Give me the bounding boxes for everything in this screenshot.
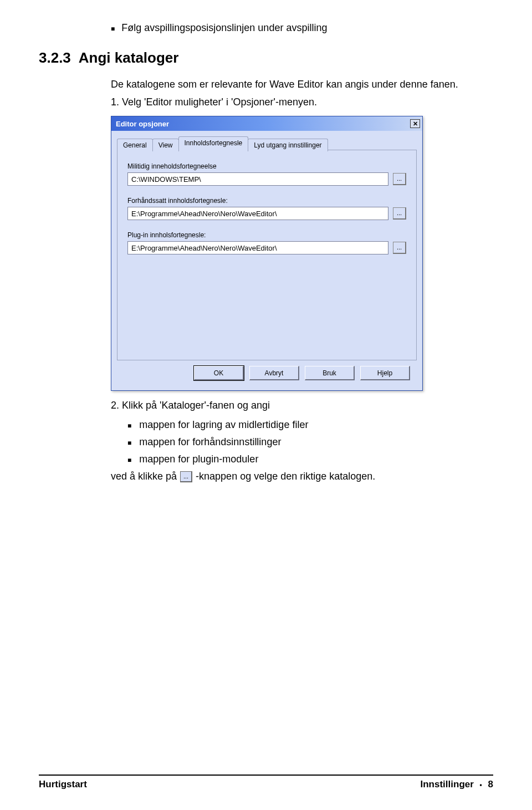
temp-dir-browse-button[interactable]: ... xyxy=(393,173,406,185)
plugin-dir-row: E:\Programme\Ahead\Nero\Nero\WaveEditor\… xyxy=(127,241,406,254)
sub-bullet-1-text: mappen for lagring av midlertidige filer xyxy=(139,419,308,431)
step-1: 1. Velg 'Editor muligheter' i 'Opsjoner'… xyxy=(111,96,493,108)
close-icon: ✕ xyxy=(413,120,418,128)
top-bullet: ■ Følg avspillingsposisjonslinjen under … xyxy=(111,22,493,34)
footer-section: Innstillinger xyxy=(421,779,474,789)
heading-number: 3.2.3 xyxy=(39,49,71,66)
tab-view[interactable]: View xyxy=(152,139,179,151)
tab-lyd[interactable]: Lyd utgang innstillinger xyxy=(248,139,328,151)
top-bullet-text: Følg avspillingsposisjonslinjen under av… xyxy=(121,22,327,34)
bullet-square-icon: ■ xyxy=(127,422,131,430)
dialog-tabs: General View Innholdsfortegnesle Lyd utg… xyxy=(117,136,417,150)
temp-dir-label: Militidig inneholdsfortegneelse xyxy=(127,162,406,170)
sub-bullet-3: ■ mappen for plugin-moduler xyxy=(127,454,493,465)
tab-general[interactable]: General xyxy=(117,139,153,151)
editor-options-dialog: Editor opsjoner ✕ General View Innholdsf… xyxy=(111,116,423,391)
closing-line: ved å klikke på ... -knappen og velge de… xyxy=(111,471,493,482)
help-button[interactable]: Hjelp xyxy=(360,366,410,380)
dialog-title: Editor opsjoner xyxy=(116,120,169,128)
footer-bullet-icon: • xyxy=(480,781,482,789)
ok-button[interactable]: OK xyxy=(194,366,244,380)
bullet-square-icon: ■ xyxy=(111,25,115,33)
preset-dir-row: E:\Programme\Ahead\Nero\Nero\WaveEditor\… xyxy=(127,207,406,220)
sub-bullet-1: ■ mappen for lagring av midlertidige fil… xyxy=(127,419,493,431)
plugin-dir-label: Plug-in innholsfortegnesle: xyxy=(127,231,406,239)
dialog-titlebar: Editor opsjoner ✕ xyxy=(111,116,422,131)
section-heading: 3.2.3Angi kataloger xyxy=(39,49,493,67)
sub-bullet-2: ■ mappen for forhåndsinnstillinger xyxy=(127,436,493,448)
cancel-button[interactable]: Avbryt xyxy=(249,366,299,380)
inline-browse-icon: ... xyxy=(180,471,192,482)
apply-button[interactable]: Bruk xyxy=(305,366,355,380)
bullet-square-icon: ■ xyxy=(127,439,131,447)
preset-dir-input[interactable]: E:\Programme\Ahead\Nero\Nero\WaveEditor\ xyxy=(127,207,388,220)
step-2: 2. Klikk på 'Kataloger'-fanen og angi xyxy=(111,400,493,411)
footer-left: Hurtigstart xyxy=(39,779,87,790)
intro-text: De katalogene som er relevante for Wave … xyxy=(111,78,493,91)
close-button[interactable]: ✕ xyxy=(410,119,420,128)
preset-dir-browse-button[interactable]: ... xyxy=(393,207,406,220)
dialog-body: General View Innholdsfortegnesle Lyd utg… xyxy=(111,131,422,390)
preset-dir-label: Forhåndssatt innholdsfortegnesle: xyxy=(127,197,406,205)
temp-dir-input[interactable]: C:\WINDOWS\TEMP\ xyxy=(127,172,388,186)
plugin-dir-browse-button[interactable]: ... xyxy=(393,242,406,254)
dialog-button-row: OK Avbryt Bruk Hjelp xyxy=(117,360,417,383)
sub-bullet-2-text: mappen for forhåndsinnstillinger xyxy=(139,436,281,448)
heading-title: Angi kataloger xyxy=(79,49,179,66)
footer-rule xyxy=(39,775,493,776)
footer-page-number: 8 xyxy=(488,779,493,789)
footer-right: Innstillinger • 8 xyxy=(421,779,493,790)
tab-innhold[interactable]: Innholdsfortegnesle xyxy=(178,136,249,150)
bullet-square-icon: ■ xyxy=(127,456,131,464)
page-footer: Hurtigstart Innstillinger • 8 xyxy=(39,770,493,790)
sub-bullet-3-text: mappen for plugin-moduler xyxy=(139,454,258,465)
temp-dir-row: C:\WINDOWS\TEMP\ ... xyxy=(127,172,406,186)
closing-post: -knappen og velge den riktige katalogen. xyxy=(196,471,375,482)
tab-panel-innhold: Militidig inneholdsfortegneelse C:\WINDO… xyxy=(117,150,417,360)
plugin-dir-input[interactable]: E:\Programme\Ahead\Nero\Nero\WaveEditor\ xyxy=(127,241,388,254)
closing-pre: ved å klikke på xyxy=(111,471,177,482)
